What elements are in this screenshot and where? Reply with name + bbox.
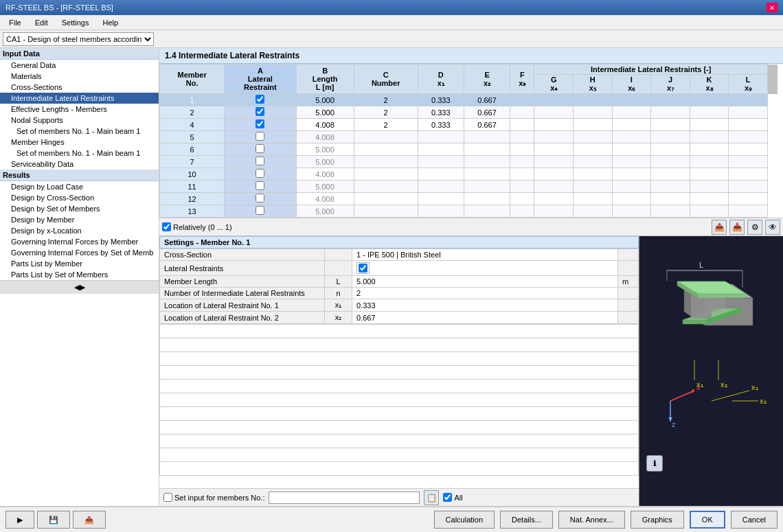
sidebar-item-effective-lengths[interactable]: Effective Lengths - Members (0, 104, 159, 115)
view-icon-btn[interactable]: 👁 (765, 220, 780, 235)
ok-button[interactable]: OK (690, 511, 725, 529)
cell-empty (690, 181, 729, 193)
sidebar-item-design-cross-section[interactable]: Design by Cross-Section (0, 192, 159, 203)
sidebar-item-parts-set[interactable]: Parts List by Set of Members (0, 269, 159, 280)
cancel-button[interactable]: Cancel (731, 511, 778, 529)
lateral-restraint-checkbox[interactable] (256, 132, 264, 141)
cell-member-no: 7 (160, 156, 225, 168)
graphics-button[interactable]: Graphics (631, 511, 684, 529)
lateral-restraint-checkbox[interactable] (256, 107, 264, 116)
import-icon-btn[interactable]: 📥 (729, 220, 745, 235)
lateral-restraint-checkbox[interactable] (256, 157, 264, 165)
grid-table-area[interactable]: MemberNo. ALateralRestraint BLengthL [m]… (159, 64, 783, 218)
cell-checkbox[interactable] (225, 193, 296, 205)
export-button[interactable]: 📤 (73, 511, 106, 529)
details-button[interactable]: Details... (500, 511, 553, 529)
all-checkbox[interactable] (443, 493, 452, 502)
cell-checkbox[interactable] (225, 119, 296, 131)
export-icon-btn[interactable]: 📤 (712, 220, 727, 235)
sidebar-item-design-member[interactable]: Design by Member (0, 214, 159, 225)
lateral-restraints-settings-checkbox[interactable] (359, 264, 367, 273)
relatively-checkbox[interactable] (162, 222, 171, 231)
scroll-right-arrow[interactable]: ▶ (80, 283, 85, 292)
table-row[interactable]: 75.000 (160, 156, 778, 168)
sidebar-item-intermediate-lateral[interactable]: Intermediate Lateral Restraints (0, 93, 159, 104)
menu-edit[interactable]: Edit (29, 16, 54, 29)
settings-header: Settings - Member No. 1 (159, 236, 639, 248)
sidebar-item-cross-sections[interactable]: Cross-Sections (0, 82, 159, 93)
cell-x2: 0.667 (464, 106, 510, 119)
cell-checkbox[interactable] (225, 205, 296, 218)
config-icon-btn[interactable]: ⚙ (747, 220, 762, 235)
cell-empty (574, 156, 613, 168)
table-row[interactable]: 104.008 (160, 168, 778, 181)
set-input-checkbox[interactable] (163, 493, 172, 502)
info-button[interactable]: ℹ (646, 455, 663, 472)
col-header-j: Jx₇ (651, 75, 690, 94)
close-button[interactable]: ✕ (767, 3, 778, 12)
lateral-restraint-checkbox[interactable] (256, 206, 264, 215)
table-row[interactable]: 25.00020.3330.667 (160, 106, 778, 119)
table-row[interactable]: 15.00020.3330.667 (160, 94, 778, 106)
members-input[interactable] (269, 491, 420, 504)
sidebar-item-design-x-location[interactable]: Design by x-Location (0, 225, 159, 236)
save-button[interactable]: 💾 (37, 511, 70, 529)
table-row[interactable]: 44.00820.3330.667 (160, 119, 778, 131)
menu-help[interactable]: Help (96, 16, 124, 29)
cell-x1 (418, 181, 464, 193)
cell-checkbox[interactable] (225, 143, 296, 156)
lateral-restraint-checkbox[interactable] (256, 181, 264, 190)
sidebar-item-gov-forces-member[interactable]: Governing Internal Forces by Member (0, 236, 159, 247)
cell-number (354, 168, 418, 181)
svg-rect-0 (643, 243, 780, 435)
sidebar-item-design-load-case[interactable]: Design by Load Case (0, 181, 159, 192)
sidebar-item-general-data[interactable]: General Data (0, 60, 159, 71)
cell-checkbox[interactable] (225, 181, 296, 193)
calculation-button[interactable]: Calculation (434, 511, 495, 529)
cell-x2 (464, 143, 510, 156)
sidebar-item-materials[interactable]: Materials (0, 71, 159, 82)
menu-settings[interactable]: Settings (56, 16, 95, 29)
cell-checkbox[interactable] (225, 131, 296, 143)
cell-checkbox[interactable] (225, 156, 296, 168)
cell-empty (651, 156, 690, 168)
cell-member-no: 12 (160, 193, 225, 205)
cell-x2 (464, 168, 510, 181)
settings-table-wrapper[interactable]: Cross-Section1 - IPE 500 | British Steel… (159, 248, 639, 488)
cell-empty (510, 205, 534, 218)
lateral-restraint-checkbox[interactable] (256, 194, 264, 203)
sidebar-item-gov-forces-set[interactable]: Governing Internal Forces by Set of Memb (0, 247, 159, 258)
relatively-check-label[interactable]: Relatively (0 ... 1) (162, 222, 232, 231)
lateral-restraint-checkbox[interactable] (256, 144, 264, 153)
play-button[interactable]: ▶ (5, 511, 34, 529)
ca-dropdown[interactable]: CA1 - Design of steel members according … (3, 32, 154, 46)
settings-value[interactable] (352, 261, 618, 276)
cell-empty (510, 156, 534, 168)
cell-length: 5.000 (296, 94, 354, 106)
scroll-left-arrow[interactable]: ◀ (74, 283, 80, 292)
table-row[interactable]: 65.000 (160, 143, 778, 156)
lateral-restraint-checkbox[interactable] (256, 169, 264, 178)
sidebar-item-nodal-set1[interactable]: Set of members No. 1 - Main beam 1 (0, 126, 159, 137)
sidebar-item-serviceability[interactable]: Serviceability Data (0, 159, 159, 170)
members-icon-btn[interactable]: 📋 (424, 490, 439, 505)
menu-file[interactable]: File (3, 16, 27, 29)
sidebar-item-design-set-members[interactable]: Design by Set of Members (0, 203, 159, 214)
table-row[interactable]: 135.000 (160, 205, 778, 218)
lateral-restraint-checkbox[interactable] (256, 119, 264, 128)
table-row[interactable]: 115.000 (160, 181, 778, 193)
sidebar-item-nodal-supports[interactable]: Nodal Supports (0, 115, 159, 126)
settings-sym: x₂ (325, 312, 352, 324)
settings-row: Location of Lateral Restraint No. 2x₂0.6… (160, 312, 639, 324)
cell-checkbox[interactable] (225, 168, 296, 181)
cell-checkbox[interactable] (225, 106, 296, 119)
cell-empty (690, 205, 729, 218)
sidebar-item-parts-member[interactable]: Parts List by Member (0, 258, 159, 269)
sidebar-item-member-hinges[interactable]: Member Hinges (0, 137, 159, 148)
lateral-restraint-checkbox[interactable] (256, 95, 264, 104)
table-row[interactable]: 124.008 (160, 193, 778, 205)
cell-checkbox[interactable] (225, 94, 296, 106)
table-row[interactable]: 54.008 (160, 131, 778, 143)
nat-annex-button[interactable]: Nat. Annex... (558, 511, 625, 529)
sidebar-item-hinges-set1[interactable]: Set of members No. 1 - Main beam 1 (0, 148, 159, 159)
